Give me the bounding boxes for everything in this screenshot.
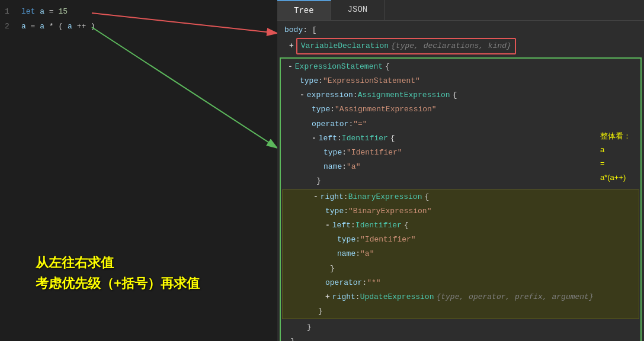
line-number-1: 1 [5, 6, 17, 18]
identifier-type-val: "Identifier" [347, 146, 402, 159]
binary-right-close: } [283, 304, 639, 319]
svg-line-3 [92, 27, 277, 148]
code-content-1: let a = 15 [21, 6, 68, 18]
binary-type-line: type : "BinaryExpression" [283, 204, 639, 218]
body-line: body: [ [277, 23, 644, 37]
expand-var-decl[interactable]: + [289, 40, 294, 53]
binary-left-close: } [283, 262, 639, 276]
paren-close: ) [91, 22, 95, 31]
body-text: body [284, 25, 303, 34]
paren-open: ( [58, 22, 63, 31]
annotation-equals: = [600, 156, 631, 170]
update-expr-type: UpdateExpression [360, 291, 434, 304]
annotation-expr: a*(a++) [600, 170, 631, 184]
binary-left-line: - left : Identifier { [283, 218, 639, 233]
code-line-2: 2 a = a * ( a ++ ) [0, 20, 277, 34]
var-decl-props: {type, declarations, kind} [391, 40, 511, 53]
binary-operator-line: operator : "*" [283, 276, 639, 290]
chinese-annotation: 从左往右求值 考虑优先级（+括号）再求值 [36, 252, 200, 294]
left-section: - left : Identifier { 整体看： a = a*(a++) t… [281, 131, 640, 188]
tab-bar: Tree JSON [277, 0, 644, 21]
tab-json[interactable]: JSON [331, 0, 385, 20]
num-15: 15 [58, 7, 68, 16]
type-key-1: type [300, 75, 318, 88]
op-multiply: * [49, 22, 59, 31]
expression-key: expression [307, 89, 353, 102]
var-a: a [40, 7, 49, 16]
update-expr-props: {type, operator, prefix, argument} [436, 291, 593, 304]
expr-stmt-brace: { [385, 60, 390, 73]
expr-stmt-line: - ExpressionStatement { [281, 60, 640, 74]
operator-line: operator : "=" [281, 117, 640, 131]
binary-expr-section: - right : BinaryExpression { type : "Bin… [282, 189, 639, 319]
binary-left-type-line: type : "Identifier" [283, 233, 639, 247]
binary-identifier-type-val: "Identifier" [360, 233, 416, 246]
right-annotation: 整体看： a = a*(a++) [600, 129, 631, 185]
assign-type-val: "AssignmentExpression" [335, 103, 437, 116]
annotation-overall-label: 整体看： [600, 129, 631, 143]
annotation-a: a [600, 143, 631, 156]
left-line: - left : Identifier { [281, 131, 640, 146]
expand-update-expr[interactable]: + [325, 291, 330, 304]
binary-name-a-line: name : "a" [283, 247, 639, 261]
operator-val: "=" [353, 118, 367, 131]
op-increment: ++ [77, 22, 86, 31]
var-a4: a [68, 22, 72, 31]
tab-tree[interactable]: Tree [277, 0, 331, 20]
var-a2: a [21, 22, 31, 31]
binary-name-val: "a" [360, 247, 374, 260]
type-expr-stmt-line: type : "ExpressionStatement" [281, 74, 640, 88]
op-assign1: = [49, 7, 59, 16]
op-assign2: = [31, 22, 40, 31]
assign-expr-type: AssignmentExpression [358, 89, 450, 102]
assign-brace: { [453, 89, 457, 102]
name-a-line: name : "a" [281, 160, 640, 174]
var-a3: a [40, 22, 49, 31]
keyword-let: let [21, 7, 40, 16]
type-assign-line: type : "AssignmentExpression" [281, 102, 640, 117]
code-editor: 1 let a = 15 2 a = a * ( a ++ ) [0, 0, 277, 341]
tree-content[interactable]: body: [ + VariableDeclaration {type, dec… [277, 21, 644, 341]
assign-close: } [281, 320, 640, 334]
var-decl-type: VariableDeclaration [301, 40, 389, 53]
expr-stmt-close: } [281, 334, 640, 341]
tree-panel: Tree JSON body: [ + VariableDeclaration … [277, 0, 644, 341]
code-line-1: 1 let a = 15 [0, 5, 277, 20]
binary-expr-type: BinaryExpression [348, 191, 422, 204]
expand-right[interactable]: - [313, 191, 318, 204]
expand-left[interactable]: - [312, 132, 316, 145]
line-number-2: 2 [5, 21, 17, 33]
expand-expr-stmt[interactable]: - [288, 60, 293, 73]
expr-stmt-container: - ExpressionStatement { type : "Expressi… [280, 57, 642, 341]
right-binary-line: - right : BinaryExpression { [283, 190, 639, 204]
left-identifier-type: Identifier [342, 132, 388, 145]
expression-line: - expression : AssignmentExpression { [281, 88, 640, 102]
var-decl-line: + VariableDeclaration {type, declaration… [277, 37, 644, 55]
type-val-1: "ExpressionStatement" [323, 75, 420, 88]
binary-operator-val: "*" [367, 276, 380, 289]
annotation-line1: 从左往右求值 [36, 252, 200, 273]
code-content-2: a = a * ( a ++ ) [21, 21, 95, 33]
type-identifier-line: type : "Identifier" [281, 146, 640, 160]
binary-type-val: "BinaryExpression" [348, 205, 431, 218]
expand-expression[interactable]: - [300, 89, 305, 102]
binary-left-type: Identifier [355, 219, 402, 232]
expr-stmt-type: ExpressionStatement [295, 60, 383, 73]
var-decl-box: VariableDeclaration {type, declarations,… [296, 38, 516, 54]
left-close-brace: } [281, 174, 640, 188]
expand-binary-left[interactable]: - [325, 219, 330, 232]
update-expr-line: + right : UpdateExpression {type, operat… [283, 290, 639, 304]
annotation-line2: 考虑优先级（+括号）再求值 [36, 273, 200, 294]
name-val-a: "a" [347, 160, 360, 173]
